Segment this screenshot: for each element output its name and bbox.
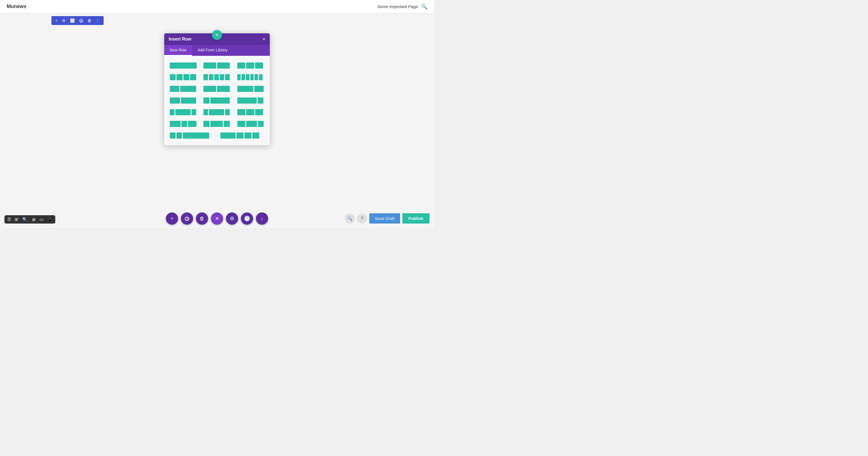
layout-2-1-split[interactable] [236,85,265,93]
toolbar-desktop-btn[interactable]: 🖥 [31,217,36,222]
layout-small-large[interactable] [169,96,198,105]
layout-1-2-split[interactable] [169,85,198,93]
save-draft-button[interactable]: Save Draft [369,213,400,224]
add-row-button[interactable]: + [212,30,222,40]
layout-row-6 [169,120,265,128]
help-btn[interactable]: ? [357,214,367,224]
row-disable-btn[interactable]: ⏻ [78,18,84,23]
layout-equal-2[interactable] [202,85,231,93]
layout-6col[interactable] [236,73,265,82]
layout-small-xlarge[interactable] [202,96,231,105]
layout-xlarge-small[interactable] [236,96,265,105]
insert-row-modal: Insert Row × New Row Add From Library [164,33,270,145]
modal-tabs: New Row Add From Library [164,45,270,56]
row-add-btn[interactable]: + [54,18,59,23]
help-search-btn[interactable]: 🔍 [345,214,355,224]
layout-large-two-small[interactable] [169,120,198,128]
logo: Munews [7,4,26,9]
layout-row-5 [169,108,265,117]
header-search-icon[interactable]: 🔍 [421,4,427,10]
layout-two-small-large[interactable] [236,120,265,128]
center-history-btn[interactable]: 🕐 [241,213,253,225]
layout-row-7 [169,131,265,140]
header: Munews Some Important Page 🔍 [0,0,434,13]
center-delete-btn[interactable]: 🗑 [196,213,208,225]
row-settings-btn[interactable]: ⚙ [61,18,67,23]
layout-grid [169,61,265,140]
bottom-center-toolbar: + ⏻ 🗑 ✕ ⚙ 🕐 ↕ [166,213,268,225]
tab-new-row[interactable]: New Row [164,45,192,56]
toolbar-tablet-btn[interactable]: ▭ [39,217,43,222]
layout-4col[interactable] [169,73,198,82]
layout-4col-v2[interactable] [169,131,215,140]
bottom-right-actions: 🔍 ? Save Draft Publish [345,213,430,224]
tab-add-from-library[interactable]: Add From Library [192,45,233,56]
toolbar-mobile-btn[interactable]: 📱 [47,217,53,222]
toolbar-search-btn[interactable]: 🔍 [22,217,28,222]
row-toolbar: + ⚙ ⬜ ⏻ 🗑 ⋮ [52,16,104,25]
center-responsive-btn[interactable]: ↕ [256,213,268,225]
layout-4col-v3[interactable] [219,131,265,140]
layout-row-2 [169,73,265,82]
center-close-btn[interactable]: ✕ [211,213,223,225]
publish-button[interactable]: Publish [402,213,430,224]
center-power-btn[interactable]: ⏻ [181,213,193,225]
page-title: Some Important Page [377,4,418,9]
center-settings-btn[interactable]: ⚙ [226,213,238,225]
layout-row-1 [169,61,265,70]
layout-row-3 [169,85,265,93]
row-more-btn[interactable]: ⋮ [95,18,101,23]
row-duplicate-btn[interactable]: ⬜ [69,18,76,23]
row-delete-btn[interactable]: 🗑 [86,18,93,23]
header-right: Some Important Page 🔍 [377,4,427,10]
modal-close-button[interactable]: × [262,37,265,42]
layout-3col-even[interactable] [236,108,265,117]
modal-title: Insert Row [169,37,191,42]
modal-body [164,56,270,145]
toolbar-grid-btn[interactable]: ⊞ [15,217,18,222]
layout-3col-equal[interactable] [236,61,265,70]
layout-2col-equal[interactable] [202,61,231,70]
toolbar-menu-btn[interactable]: ☰ [7,217,11,222]
layout-small-large-small[interactable] [202,120,231,128]
layout-5col[interactable] [202,73,231,82]
bottom-left-toolbar: ☰ ⊞ 🔍 🖥 ▭ 📱 [4,215,55,224]
layout-3col-sidebar-l[interactable] [169,108,198,117]
center-add-btn[interactable]: + [166,213,178,225]
layout-3col-sidebar-r[interactable] [202,108,231,117]
layout-1col[interactable] [169,61,198,70]
layout-row-4 [169,96,265,105]
